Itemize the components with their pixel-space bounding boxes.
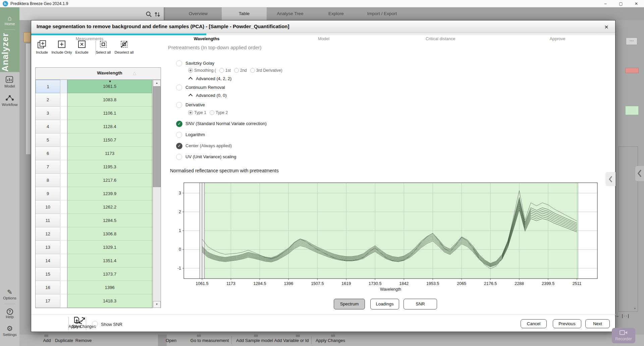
sub-option[interactable]: Type 2 (210, 110, 231, 115)
tab-explore[interactable]: Explore (314, 7, 359, 20)
row-number-cell[interactable]: 10 (36, 200, 60, 214)
wizard-step-model[interactable]: Model (318, 37, 329, 43)
table-row[interactable]: 101262.2 (36, 200, 152, 214)
search-icon[interactable] (146, 11, 152, 18)
row-number-cell[interactable]: 8 (36, 174, 60, 187)
radio-unchecked-icon[interactable] (219, 68, 224, 73)
row-number-cell[interactable]: 3 (36, 107, 60, 120)
row-number-cell[interactable]: 16 (36, 281, 60, 294)
table-row[interactable]: 61173 (36, 147, 152, 160)
wizard-step-critical-distance[interactable]: Critical distance (426, 37, 455, 43)
bottom-bar-open[interactable]: Open (166, 338, 176, 343)
chart-tab-snr[interactable]: SNR (404, 299, 437, 309)
tab-import-export[interactable]: Import / Export (360, 7, 405, 20)
row-number-cell[interactable]: 12 (36, 227, 60, 241)
table-row[interactable]: 81217.6 (36, 174, 152, 187)
row-number-cell[interactable]: 7 (36, 160, 60, 174)
table-row[interactable]: 161396 (36, 281, 152, 294)
table-row[interactable]: 11061.5 (36, 80, 152, 93)
exclude-button[interactable]: Exclude (70, 40, 94, 55)
table-row[interactable]: 141351.4 (36, 254, 152, 268)
wavelength-cell[interactable]: 1262.2 (67, 200, 152, 214)
collapse-dialog-panel-button[interactable] (605, 172, 615, 186)
row-number-cell[interactable]: 2 (36, 93, 60, 107)
wavelength-cell[interactable]: 1284.5 (67, 214, 152, 227)
close-window-button[interactable]: ✕ (631, 0, 641, 7)
wavelength-cell[interactable]: 1150.7 (67, 133, 152, 147)
column-header-wavelength[interactable]: Wavelength (67, 70, 152, 75)
row-number-cell[interactable]: 5 (36, 133, 60, 147)
sub-option[interactable]: 1st (219, 68, 234, 73)
advanced-row[interactable]: Advanced (4, 2, 2) (190, 76, 231, 81)
wizard-step-wavelengths[interactable]: Wavelengths (194, 37, 220, 43)
table-row[interactable]: 151373.7 (36, 268, 152, 281)
wavelength-cell[interactable]: 1217.6 (67, 174, 152, 187)
wavelength-cell[interactable]: 1106.1 (67, 107, 152, 120)
wavelength-cell[interactable]: 1239.9 (67, 187, 152, 200)
save-icon[interactable] (73, 316, 80, 325)
pretreatment-continuum-removal[interactable]: Continuum Removal (168, 84, 436, 91)
pretreatment-advanced-toggle[interactable]: Advanced (0, 0) (168, 93, 436, 100)
sub-option[interactable]: Smoothing ( (188, 68, 219, 73)
next-button[interactable]: Next (585, 319, 610, 328)
radio-unchecked-icon[interactable] (176, 84, 182, 91)
tab-table[interactable]: Table (222, 7, 267, 20)
show-snr-toggle[interactable] (92, 321, 98, 327)
advanced-row[interactable]: Advanced (0, 0) (190, 93, 227, 98)
distance-icon[interactable]: |··| (622, 313, 630, 318)
row-number-cell[interactable]: 4 (36, 120, 60, 133)
sidebar-item-workflow[interactable]: Workflow (0, 95, 19, 107)
pretreatment-savitzky-golay[interactable]: Savitzky Golay (168, 60, 436, 67)
chart-tab-loadings[interactable]: Loadings (370, 299, 399, 309)
radio-unchecked-icon[interactable] (176, 154, 182, 160)
bottom-bar-add-sample-model[interactable]: Add Sample model (236, 338, 273, 343)
table-row[interactable]: 111284.5 (36, 214, 152, 227)
table-row[interactable]: 121306.8 (36, 227, 152, 241)
table-row[interactable]: 91239.9 (36, 187, 152, 200)
recorder-button[interactable]: Recorder (612, 328, 635, 343)
sub-option[interactable]: 2nd (234, 68, 250, 73)
row-number-cell[interactable]: 14 (36, 254, 60, 268)
bottom-bar-add-variable-or-id[interactable]: Add Variable or Id (274, 338, 309, 343)
measure-tools-icons[interactable]: → |··| (615, 313, 630, 318)
check-circle-icon[interactable]: ✓ (176, 121, 182, 127)
wavelength-cell[interactable]: 1418.3 (67, 294, 152, 308)
wavelength-cell[interactable]: 1306.8 (67, 227, 152, 241)
tab-overview[interactable]: Overview (176, 7, 221, 20)
table-row[interactable]: 171418.3 (36, 294, 152, 308)
row-number-cell[interactable]: 6 (36, 147, 60, 160)
deselect-all-button[interactable]: Deselect all (112, 40, 136, 55)
collapse-right-panel-button[interactable] (635, 166, 644, 181)
radio-checked-icon[interactable] (188, 110, 193, 115)
scroll-down-button[interactable]: ▼ (153, 301, 161, 308)
previous-button[interactable]: Previous (553, 319, 581, 328)
wavelength-cell[interactable]: 1351.4 (67, 254, 152, 268)
wizard-step-approve[interactable]: Approve (550, 37, 566, 43)
table-scrollbar[interactable]: ▲ ▼ (153, 80, 161, 308)
row-number-cell[interactable]: 15 (36, 268, 60, 281)
sort-icon[interactable] (154, 11, 161, 18)
sub-option[interactable]: 3rd Derivative) (250, 68, 286, 73)
chart-tab-spectrum[interactable]: Spectrum (334, 299, 365, 309)
maximize-button[interactable]: ▢ (616, 0, 626, 7)
pretreatment-logarithm[interactable]: Logarithm (168, 132, 436, 138)
sidebar-item-home[interactable]: ⌂Home (0, 15, 19, 26)
radio-unchecked-icon[interactable] (176, 132, 182, 138)
sidebar-item-help[interactable]: ?Help (0, 308, 19, 319)
wavelength-cell[interactable]: 1329.1 (67, 241, 152, 254)
radio-unchecked-icon[interactable] (176, 60, 182, 66)
radio-unchecked-icon[interactable] (234, 68, 239, 73)
sidebar-item-options[interactable]: ✎Options (0, 288, 19, 300)
wavelength-cell[interactable]: 1195.3 (67, 160, 152, 174)
bottom-bar-remove[interactable]: Remove (75, 338, 92, 343)
scrollbar-thumb[interactable] (153, 86, 161, 187)
spectrum-chart[interactable]: 1061.511731284.513961507.516191730.51842… (169, 181, 599, 295)
wavelength-cell[interactable]: 1396 (67, 281, 152, 294)
table-row[interactable]: 21083.8 (36, 93, 152, 107)
pretreatment-advanced-toggle[interactable]: Advanced (4, 2, 2) (168, 76, 436, 83)
radio-checked-icon[interactable] (188, 68, 193, 73)
bottom-bar-go-to-measurement[interactable]: Go to measurement (191, 338, 229, 343)
table-row[interactable]: 41128.4 (36, 120, 152, 133)
bottom-bar-duplicate[interactable]: Duplicate (55, 338, 73, 343)
sidebar-item-settings[interactable]: ⚙Settings (0, 325, 19, 337)
